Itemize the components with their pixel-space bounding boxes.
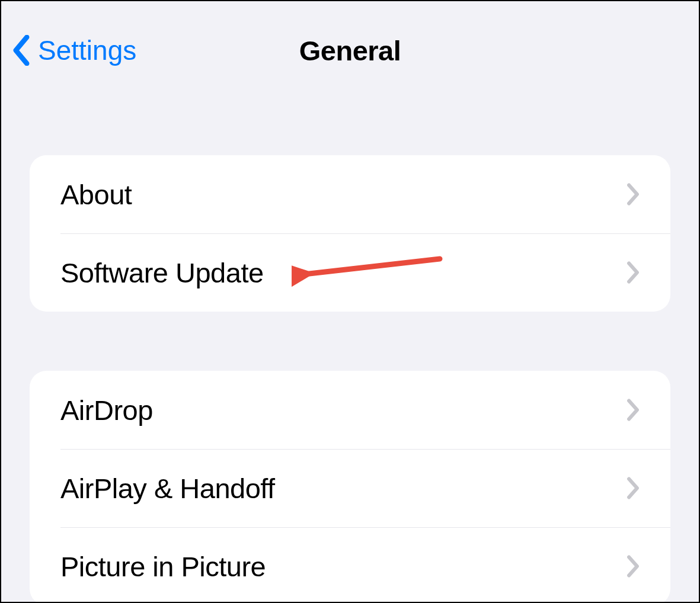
navigation-bar: Settings General: [1, 1, 699, 108]
chevron-right-icon: [627, 261, 640, 284]
row-label: AirDrop: [60, 394, 153, 426]
row-picture-in-picture[interactable]: Picture in Picture: [30, 527, 670, 602]
chevron-right-icon: [627, 555, 640, 578]
row-label: About: [60, 178, 132, 211]
row-label: Software Update: [60, 256, 264, 289]
row-airdrop[interactable]: AirDrop: [30, 371, 670, 449]
back-button[interactable]: Settings: [12, 34, 136, 66]
row-label: AirPlay & Handoff: [60, 472, 275, 505]
row-airplay-handoff[interactable]: AirPlay & Handoff: [30, 449, 670, 527]
row-about[interactable]: About: [30, 155, 670, 233]
chevron-right-icon: [627, 399, 640, 421]
settings-content: About Software Update AirDrop: [1, 108, 699, 602]
scroll-area[interactable]: Settings General About Software Update: [1, 1, 699, 602]
row-label: Picture in Picture: [60, 550, 266, 583]
chevron-left-icon: [12, 35, 31, 66]
page-title: General: [299, 34, 401, 67]
chevron-right-icon: [627, 183, 640, 206]
chevron-right-icon: [627, 477, 640, 499]
back-label: Settings: [38, 34, 136, 66]
row-software-update[interactable]: Software Update: [30, 233, 670, 312]
settings-group-2: AirDrop AirPlay & Handoff Picture in Pic…: [30, 371, 670, 602]
settings-group-1: About Software Update: [30, 155, 670, 312]
